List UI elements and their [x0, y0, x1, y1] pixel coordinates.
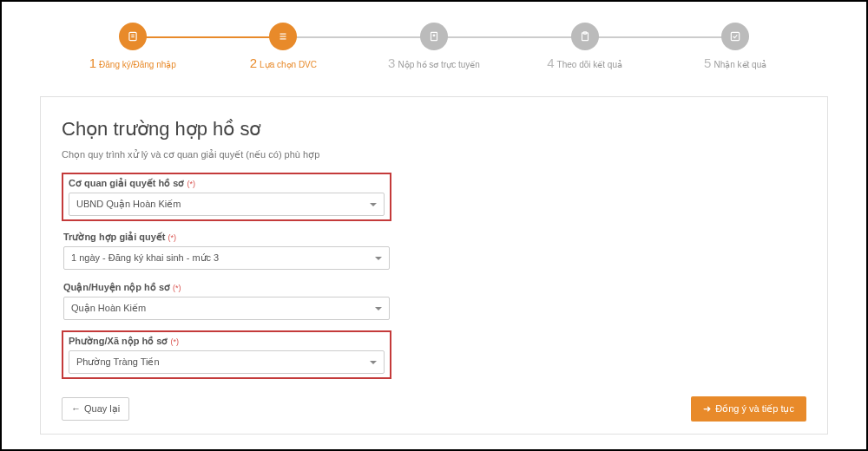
step-number: 2 — [250, 56, 257, 70]
list-icon — [269, 23, 297, 50]
main-panel: Chọn trường hợp hồ sơ Chọn quy trình xử … — [40, 96, 828, 435]
field-district: Quận/Huyện nộp hồ sơ (*) Quận Hoàn Kiếm — [62, 280, 391, 322]
step-number: 3 — [388, 56, 395, 70]
step-number: 1 — [89, 56, 96, 70]
chevron-down-icon — [375, 257, 382, 260]
clipboard-icon — [571, 23, 599, 50]
arrow-left-icon: ← — [71, 403, 81, 414]
step-4[interactable]: 4Theo dõi kết quả — [510, 23, 661, 70]
back-button-label: Quay lại — [84, 403, 120, 414]
step-label-text: Theo dõi kết quả — [557, 60, 622, 69]
check-icon — [721, 23, 749, 50]
step-label-text: Nộp hồ sơ trực tuyến — [398, 60, 479, 69]
step-number: 4 — [547, 56, 554, 70]
step-number: 5 — [704, 56, 711, 70]
required-mark: (*) — [171, 337, 180, 346]
svg-rect-10 — [732, 32, 740, 40]
agency-select-value: UBND Quận Hoàn Kiếm — [76, 199, 181, 210]
case-select-value: 1 ngày - Đăng ký khai sinh - mức 3 — [71, 252, 219, 264]
progress-stepper: 1Đăng ký/Đăng nhập 2Lựa chọn DVC 3Nộp hồ… — [5, 5, 863, 88]
chevron-down-icon — [370, 361, 377, 364]
step-2[interactable]: 2Lựa chọn DVC — [208, 23, 359, 70]
step-label-text: Lựa chọn DVC — [260, 60, 317, 69]
step-3[interactable]: 3Nộp hồ sơ trực tuyến — [358, 23, 510, 70]
ward-select-value: Phường Tràng Tiền — [76, 356, 160, 368]
district-label: Quận/Huyện nộp hồ sơ (*) — [63, 282, 390, 293]
page-title: Chọn trường hợp hồ sơ — [62, 118, 806, 141]
next-button-label: Đồng ý và tiếp tục — [715, 403, 794, 414]
agency-label: Cơ quan giải quyết hồ sơ (*) — [69, 178, 385, 189]
next-button[interactable]: ➜Đồng ý và tiếp tục — [691, 396, 806, 422]
required-mark: (*) — [187, 180, 195, 188]
step-label-text: Đăng ký/Đăng nhập — [99, 60, 176, 69]
district-select-value: Quận Hoàn Kiếm — [71, 303, 146, 314]
required-mark: (*) — [173, 284, 181, 292]
field-case: Trường hợp giải quyết (*) 1 ngày - Đăng … — [62, 230, 391, 271]
step-5[interactable]: 5Nhận kết quả — [660, 23, 811, 70]
ward-select[interactable]: Phường Tràng Tiền — [69, 350, 385, 374]
page-description: Chọn quy trình xử lý và cơ quan giải quy… — [62, 149, 806, 160]
agency-select[interactable]: UBND Quận Hoàn Kiếm — [69, 193, 385, 216]
panel-actions: ←Quay lại ➜Đồng ý và tiếp tục — [62, 396, 806, 422]
required-mark: (*) — [168, 233, 177, 242]
user-icon — [119, 23, 147, 50]
arrow-right-icon: ➜ — [703, 403, 711, 414]
step-1[interactable]: 1Đăng ký/Đăng nhập — [57, 23, 208, 70]
step-label-text: Nhận kết quả — [713, 60, 766, 69]
case-select[interactable]: 1 ngày - Đăng ký khai sinh - mức 3 — [63, 246, 390, 270]
file-icon — [420, 23, 448, 50]
field-agency: Cơ quan giải quyết hồ sơ (*) UBND Quận H… — [62, 173, 391, 221]
chevron-down-icon — [375, 307, 382, 310]
chevron-down-icon — [370, 203, 377, 206]
district-select[interactable]: Quận Hoàn Kiếm — [63, 297, 390, 320]
ward-label: Phường/Xã nộp hồ sơ (*) — [69, 336, 385, 347]
field-ward: Phường/Xã nộp hồ sơ (*) Phường Tràng Tiề… — [62, 330, 391, 379]
case-label: Trường hợp giải quyết (*) — [63, 232, 390, 243]
back-button[interactable]: ←Quay lại — [62, 397, 129, 421]
svg-point-7 — [433, 35, 435, 36]
